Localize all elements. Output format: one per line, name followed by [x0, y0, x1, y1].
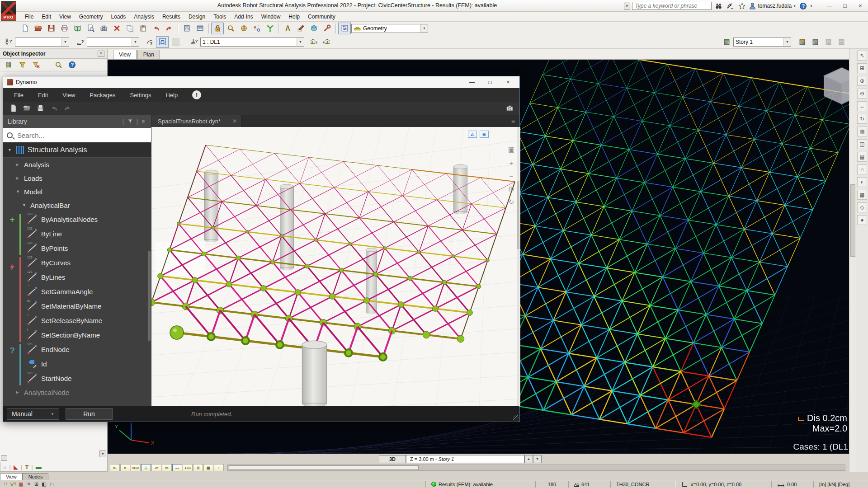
window-resize-grip[interactable] — [513, 415, 519, 421]
signin-user[interactable]: tomasz.fudala ▼ — [749, 2, 796, 10]
inspector-search-icon[interactable] — [53, 61, 63, 70]
expand-arrow-icon[interactable]: ▼ — [8, 148, 12, 152]
menu-results[interactable]: Results — [158, 12, 184, 21]
stories-toggle[interactable]: ⊞ — [193, 464, 203, 471]
orbit-icon[interactable]: ↻ — [507, 197, 516, 206]
delete-button[interactable] — [110, 23, 123, 34]
cut-plane-icon[interactable]: ✕ — [25, 481, 33, 488]
dynamo-menu-file[interactable]: File — [8, 90, 30, 100]
filter-clear-icon[interactable] — [31, 61, 41, 70]
section-display-button[interactable] — [156, 36, 169, 48]
measure-button[interactable] — [281, 23, 294, 34]
dynamo-menu-view[interactable]: View — [56, 90, 81, 100]
library-node-setreleasebyname[interactable]: ○ SetReleaseByName — [3, 313, 151, 328]
menu-edit[interactable]: Edit — [38, 12, 55, 21]
menu-file[interactable]: File — [21, 12, 38, 21]
library-search-input[interactable] — [16, 131, 125, 140]
load-case-combo[interactable]: 1 : DL1 ▼ — [200, 38, 304, 47]
toggle-scroll-left-icon[interactable]: ‹ — [214, 464, 224, 471]
library-node-bycurves[interactable]: 123 ByCurves — [3, 255, 151, 270]
copy-button[interactable] — [123, 23, 136, 34]
values-toggle[interactable]: 123 — [183, 464, 193, 471]
dynamo-open-icon[interactable] — [22, 104, 31, 113]
library-node-bylines[interactable]: 123 ByLines — [3, 270, 151, 284]
library-section-analyticalnode[interactable]: ▶ AnalyticalNode — [3, 385, 151, 399]
view-3d-button[interactable] — [307, 23, 320, 34]
plates-toggle[interactable]: — — [172, 464, 182, 471]
dynamo-title-bar[interactable]: Dynamo — □ × — [3, 76, 519, 88]
pan-icon[interactable]: ⊞ — [507, 184, 516, 193]
collapse-arrow-icon[interactable]: ▶ — [16, 390, 20, 394]
rotate-3d-icon[interactable]: ↻ — [857, 114, 867, 124]
view-3d-tab[interactable]: 3D — [379, 455, 406, 463]
canvas-scroll-thumb[interactable] — [517, 181, 519, 249]
pan-world-button[interactable] — [237, 23, 250, 34]
hscroll-thumb[interactable] — [229, 465, 419, 470]
wireframe-view-icon[interactable]: □ — [48, 481, 56, 488]
dynamo-menu-packages[interactable]: Packages — [83, 90, 122, 100]
select-arrow-icon[interactable]: ↖ — [857, 51, 867, 61]
library-section-analyticalbar[interactable]: ▼ AnalyticalBar — [3, 198, 151, 212]
printout-composition-button[interactable] — [71, 23, 84, 34]
node-definition-button[interactable] — [264, 23, 276, 34]
zoom-out-icon[interactable]: − — [507, 171, 516, 180]
bar-selection-combo[interactable]: ▼ — [87, 38, 139, 47]
canvas-scrollbar[interactable] — [517, 127, 519, 406]
menu-view[interactable]: View — [55, 12, 75, 21]
dynamo-maximize-button[interactable]: □ — [482, 77, 498, 87]
tools-button[interactable] — [321, 23, 333, 34]
edit-selection-button[interactable] — [143, 36, 156, 48]
menu-help[interactable]: Help — [284, 12, 304, 21]
window-maximize-button[interactable]: □ — [838, 1, 852, 10]
layers-view-icon[interactable]: ▤ — [857, 152, 867, 162]
calculations-button[interactable] — [180, 23, 193, 34]
run-button[interactable]: Run — [66, 408, 113, 420]
dynamo-menu-help[interactable]: Help — [159, 90, 184, 100]
library-funnel-icon[interactable] — [126, 118, 135, 125]
level-selector-field[interactable]: Z = 3.00 m - Story 1 — [406, 455, 524, 463]
search-help-icon[interactable] — [713, 1, 723, 10]
dynamo-notifications-icon[interactable]: ! — [192, 90, 201, 99]
section-shape-icon[interactable]: T — [25, 464, 28, 470]
menu-community[interactable]: Community — [304, 12, 340, 21]
bar-display-icon[interactable]: ◣ — [14, 464, 18, 470]
menu-window[interactable]: Window — [257, 12, 285, 21]
grid-view-icon[interactable]: ▦ — [857, 127, 867, 136]
library-section-model[interactable]: ▼ Model — [3, 185, 151, 198]
snap-settings-icon[interactable]: ∷ — [2, 481, 9, 488]
node-selection-button[interactable] — [2, 36, 14, 48]
library-scrollbar-thumb[interactable] — [148, 251, 151, 341]
layout-combo[interactable]: Geometry ▼ — [351, 24, 428, 33]
zoom-in-icon[interactable]: + — [507, 158, 516, 167]
favorites-icon[interactable] — [737, 1, 747, 10]
bar-numbers-toggle[interactable]: N12 — [131, 464, 141, 471]
menu-tools[interactable]: Tools — [209, 12, 230, 21]
dynamo-export-image-icon[interactable] — [505, 104, 514, 113]
filter-icon[interactable] — [17, 61, 27, 70]
menu-design[interactable]: Design — [184, 12, 209, 21]
print-preview-button[interactable] — [84, 23, 97, 34]
story-selector-button[interactable] — [720, 36, 733, 48]
canvas-menu-icon[interactable]: ≡ — [507, 117, 519, 125]
layout-selector-button[interactable] — [338, 23, 351, 34]
keyword-search-input[interactable] — [632, 2, 712, 10]
tab-view[interactable]: View — [113, 50, 137, 59]
load-query-button[interactable] — [307, 36, 320, 48]
zoom-button[interactable] — [224, 23, 237, 34]
results-table-button[interactable] — [193, 23, 206, 34]
render-display-icon[interactable]: ● — [857, 215, 867, 225]
library-section-loads[interactable]: ▶ Loads — [3, 171, 151, 185]
zoom-out-icon[interactable]: ⊖ — [857, 89, 867, 99]
undo-button[interactable] — [150, 23, 162, 34]
shading-icon[interactable]: ◐ — [857, 177, 867, 187]
dynamo-redo-icon[interactable] — [63, 104, 72, 113]
shaded-view-icon[interactable]: ◧ — [40, 481, 48, 488]
story-combo[interactable]: Story 1 ▼ — [733, 38, 791, 47]
dynamo-3d-preview-canvas[interactable] — [151, 127, 520, 407]
find-object-button[interactable] — [250, 23, 263, 34]
menu-loads[interactable]: Loads — [107, 12, 130, 21]
menu-geometry[interactable]: Geometry — [75, 12, 107, 21]
story-up-button[interactable] — [835, 36, 848, 48]
dynamo-menu-edit[interactable]: Edit — [32, 90, 54, 100]
sections-toggle[interactable]: ▭ — [162, 464, 172, 471]
